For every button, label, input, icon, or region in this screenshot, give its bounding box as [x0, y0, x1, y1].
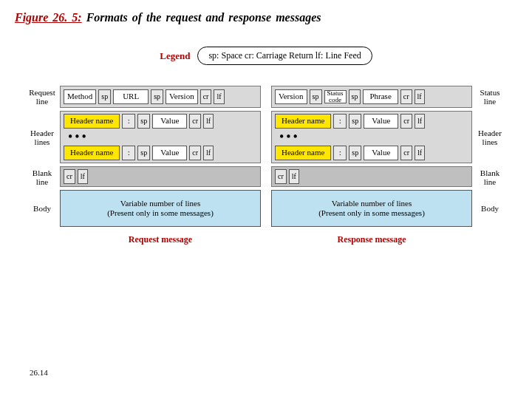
- token-header-name: Header name: [64, 114, 120, 129]
- caption-response: Response message: [271, 234, 472, 245]
- token-lf: lf: [415, 146, 425, 160]
- body-box: Variable number of lines (Present only i…: [271, 190, 472, 227]
- token-colon: :: [333, 114, 347, 129]
- token-lf: lf: [214, 89, 224, 104]
- label-text: lines: [24, 137, 60, 146]
- label-header-lines: Header lines: [472, 108, 508, 167]
- label-blank-line: Blank line: [24, 167, 60, 188]
- token-cr: cr: [400, 146, 412, 160]
- token-cr: cr: [189, 114, 201, 129]
- token-header-name: Header name: [275, 146, 331, 160]
- ellipsis-icon: •••: [275, 133, 468, 141]
- token-sp: sp: [310, 89, 322, 104]
- token-cr: cr: [64, 169, 75, 184]
- body-line1: Variable number of lines: [120, 199, 200, 208]
- token-sp: sp: [137, 146, 150, 160]
- token-lf: lf: [289, 169, 299, 184]
- body-line1: Variable number of lines: [332, 199, 412, 208]
- response-column: Version sp Statuscode sp Phrase cr lf He…: [271, 86, 472, 245]
- token-url: URL: [113, 89, 149, 104]
- label-text: line: [24, 177, 60, 186]
- label-request-line: Request line: [24, 86, 60, 108]
- label-text: Request: [24, 88, 60, 97]
- token-phrase: Phrase: [363, 89, 398, 104]
- token-value: Value: [364, 146, 398, 160]
- label-text: Blank: [24, 168, 60, 177]
- token-cr: cr: [400, 114, 412, 129]
- label-text: lines: [472, 137, 508, 146]
- header-lines-block: Header name : sp Value cr lf ••• Header …: [271, 111, 472, 163]
- token-colon: :: [122, 114, 135, 129]
- header-lines-block: Header name : sp Value cr lf ••• Header …: [60, 111, 261, 163]
- label-text: line: [24, 97, 60, 106]
- header-line: Header name : sp Value cr lf: [64, 114, 257, 129]
- token-sp: sp: [137, 114, 150, 129]
- token-method: Method: [64, 89, 96, 104]
- header-line: Header name : sp Value cr lf: [64, 146, 257, 160]
- token-lf: lf: [78, 169, 88, 184]
- token-lf: lf: [203, 146, 214, 160]
- label-body: Body: [24, 188, 60, 229]
- label-status-line: Status line: [472, 86, 508, 108]
- token-lf: lf: [203, 114, 214, 129]
- label-text: Header: [24, 129, 60, 137]
- figure-title: Figure 26. 5: Formats of the request and…: [15, 11, 517, 24]
- token-value: Value: [152, 146, 187, 160]
- token-sp: sp: [151, 89, 163, 104]
- label-blank-line: Blank line: [472, 167, 508, 188]
- label-text: line: [472, 177, 508, 186]
- token-header-name: Header name: [275, 114, 331, 129]
- token-status-code: Statuscode: [324, 90, 347, 103]
- figure-number: Figure 26. 5:: [15, 11, 82, 24]
- token-sp: sp: [98, 89, 111, 104]
- diagram: Request line Header lines Blank line Bod…: [15, 86, 517, 245]
- figure-title-text: Formats of the request and response mess…: [86, 11, 321, 24]
- request-column: Method sp URL sp Version cr lf Header na…: [60, 86, 261, 245]
- right-side-labels: Status line Header lines Blank line Body: [472, 86, 508, 229]
- header-line: Header name : sp Value cr lf: [275, 146, 468, 160]
- label-text: Body: [24, 204, 60, 213]
- label-text: Header: [472, 129, 508, 137]
- token-version: Version: [166, 89, 198, 104]
- token-lf: lf: [415, 89, 425, 104]
- body-box: Variable number of lines (Present only i…: [60, 190, 261, 227]
- label-header-lines: Header lines: [24, 108, 60, 167]
- blank-line-row: cr lf: [60, 166, 261, 187]
- header-line: Header name : sp Value cr lf: [275, 114, 468, 129]
- body-line2: (Present only in some messages): [107, 208, 214, 218]
- legend-label: Legend: [160, 50, 190, 62]
- label-text: line: [472, 97, 508, 106]
- legend-pill: sp: Space cr: Carriage Return lf: Line F…: [197, 47, 372, 65]
- body-line2: (Present only in some messages): [318, 208, 425, 218]
- label-body: Body: [472, 188, 508, 229]
- blank-line-row: cr lf: [271, 166, 472, 187]
- token-sp: sp: [349, 89, 361, 104]
- token-lf: lf: [415, 114, 425, 129]
- token-sp: sp: [349, 146, 361, 160]
- label-text: Status: [472, 88, 508, 97]
- legend-row: Legend sp: Space cr: Carriage Return lf:…: [15, 47, 517, 65]
- token-header-name: Header name: [64, 146, 120, 160]
- page-number: 26.14: [30, 368, 48, 377]
- token-colon: :: [333, 146, 347, 160]
- token-value: Value: [152, 114, 187, 129]
- token-cr: cr: [200, 89, 212, 104]
- token-value: Value: [364, 114, 398, 129]
- token-cr: cr: [275, 169, 287, 184]
- ellipsis-icon: •••: [64, 133, 257, 141]
- token-sp: sp: [349, 114, 361, 129]
- token-colon: :: [122, 146, 135, 160]
- token-version: Version: [275, 89, 307, 104]
- label-text: Blank: [472, 168, 508, 177]
- token-cr: cr: [400, 89, 412, 104]
- left-side-labels: Request line Header lines Blank line Bod…: [24, 86, 60, 229]
- token-cr: cr: [189, 146, 201, 160]
- caption-request: Request message: [60, 234, 261, 245]
- label-text: Body: [472, 204, 508, 213]
- request-line-row: Method sp URL sp Version cr lf: [60, 86, 261, 108]
- status-line-row: Version sp Statuscode sp Phrase cr lf: [271, 86, 472, 108]
